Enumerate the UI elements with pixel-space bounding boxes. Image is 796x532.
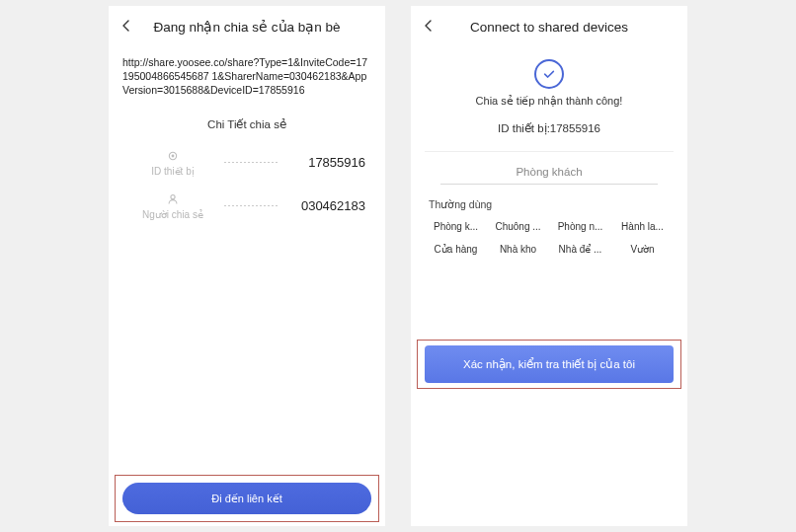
divider-dots <box>223 205 279 206</box>
divider-dots <box>223 162 279 163</box>
details-heading: Chi Tiết chia sẻ <box>109 110 385 141</box>
device-label: ID thiết bị <box>151 166 194 177</box>
button-label: Đi đến liên kết <box>211 493 281 505</box>
room-name-input[interactable]: Phòng khách <box>440 162 658 185</box>
screen-share-receive: Đang nhận chia sẻ của bạn bè http://shar… <box>109 6 385 526</box>
tag-item[interactable]: Phòng n... <box>551 218 609 235</box>
page-title: Connect to shared devices <box>423 20 676 35</box>
device-icon <box>165 148 181 164</box>
check-icon <box>534 59 564 89</box>
device-value: 17855916 <box>284 155 365 170</box>
share-details: Chi Tiết chia sẻ ID thiết bị 17855916 Ng… <box>109 110 385 228</box>
tag-item[interactable]: Vườn <box>613 241 672 258</box>
divider <box>425 151 674 152</box>
success-message: Chia sẻ tiếp nhận thành công! <box>411 95 687 108</box>
share-url: http://share.yoosee.co/share?Type=1&Invi… <box>119 53 375 100</box>
person-icon <box>165 191 181 207</box>
sharer-value: 030462183 <box>284 198 365 213</box>
button-label: Xác nhận, kiểm tra thiết bị của tôi <box>463 357 635 371</box>
go-to-link-button[interactable]: Đi đến liên kết <box>122 483 371 514</box>
tag-grid: Phòng k... Chuông ... Phòng n... Hành la… <box>411 214 687 262</box>
tag-item[interactable]: Phòng k... <box>427 218 485 235</box>
tag-item[interactable]: Cửa hàng <box>427 241 485 258</box>
tag-item[interactable]: Nhà kho <box>489 241 547 258</box>
device-id-text: ID thiết bị:17855916 <box>411 121 687 135</box>
confirm-button[interactable]: Xác nhận, kiểm tra thiết bị của tôi <box>425 345 674 383</box>
content: Chia sẻ tiếp nhận thành công! ID thiết b… <box>411 47 687 526</box>
room-placeholder: Phòng khách <box>516 166 582 178</box>
detail-sharer: Người chia sẻ 030462183 <box>109 185 385 228</box>
header: Connect to shared devices <box>411 6 687 47</box>
tag-item[interactable]: Hành la... <box>613 218 672 235</box>
detail-device-id: ID thiết bị 17855916 <box>109 141 385 185</box>
sharer-label: Người chia sẻ <box>142 209 203 220</box>
header: Đang nhận chia sẻ của bạn bè <box>109 6 385 47</box>
tag-item[interactable]: Chuông ... <box>489 218 547 235</box>
svg-point-1 <box>172 155 175 158</box>
common-label: Thường dùng <box>411 198 687 214</box>
svg-point-2 <box>171 194 175 198</box>
screen-connect-shared: Connect to shared devices Chia sẻ tiếp n… <box>411 6 687 526</box>
content: http://share.yoosee.co/share?Type=1&Invi… <box>109 47 385 526</box>
page-title: Đang nhận chia sẻ của bạn bè <box>120 19 373 35</box>
tag-item[interactable]: Nhà để ... <box>551 241 609 258</box>
